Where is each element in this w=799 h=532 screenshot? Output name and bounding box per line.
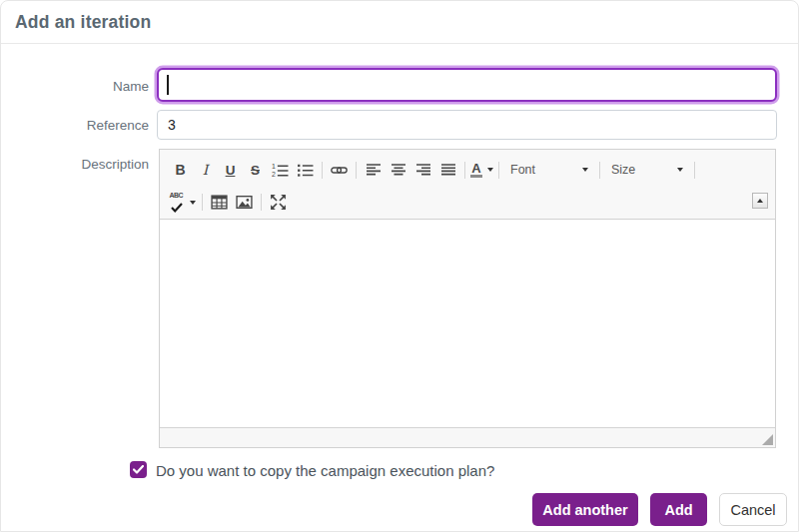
toolbar-separator xyxy=(322,162,323,179)
dialog-header: Add an iteration xyxy=(1,1,798,44)
add-iteration-dialog: Add an iteration Name Reference Descript… xyxy=(0,0,799,532)
toolbar-separator xyxy=(202,194,203,211)
reference-label: Reference xyxy=(1,118,149,133)
text-color-icon[interactable]: A xyxy=(469,158,494,182)
text-cursor xyxy=(167,75,169,95)
chevron-down-icon xyxy=(487,168,493,172)
editor-status-bar xyxy=(160,427,775,447)
copy-plan-checkbox[interactable] xyxy=(130,461,147,478)
underline-icon[interactable]: U xyxy=(218,158,243,182)
collapse-toolbar-button[interactable] xyxy=(752,193,768,209)
numbered-list-icon[interactable]: 12 xyxy=(268,158,293,182)
align-right-icon[interactable] xyxy=(410,158,435,182)
image-icon[interactable] xyxy=(232,191,257,215)
table-icon[interactable] xyxy=(207,191,232,215)
add-button[interactable]: Add xyxy=(650,493,707,526)
spellcheck-icon[interactable]: ABC xyxy=(168,191,190,215)
description-rich-text-editor: B I U S 12 xyxy=(159,149,776,448)
toolbar-row-2: ABC xyxy=(168,188,769,217)
toolbar-row-1: B I U S 12 xyxy=(168,152,769,188)
chevron-down-icon xyxy=(677,168,683,172)
reference-input[interactable] xyxy=(157,110,777,140)
align-center-icon[interactable] xyxy=(386,158,410,182)
link-icon[interactable] xyxy=(327,158,352,182)
font-dropdown-label: Font xyxy=(510,163,535,177)
copy-plan-checkbox-label[interactable]: Do you want to copy the campaign executi… xyxy=(156,462,494,479)
dialog-title: Add an iteration xyxy=(15,12,151,33)
description-label: Description xyxy=(1,157,149,172)
cancel-button[interactable]: Cancel xyxy=(719,493,787,526)
justify-icon[interactable] xyxy=(435,158,460,182)
triangle-up-icon xyxy=(757,199,763,203)
toolbar-separator xyxy=(464,162,465,179)
add-another-button[interactable]: Add another xyxy=(532,493,638,526)
chevron-down-icon xyxy=(582,168,588,172)
font-dropdown[interactable]: Font xyxy=(503,158,595,182)
toolbar-separator xyxy=(356,162,357,179)
svg-text:2: 2 xyxy=(272,170,276,177)
name-input[interactable] xyxy=(157,68,777,102)
bullet-list-icon[interactable] xyxy=(293,158,318,182)
chevron-down-icon xyxy=(190,201,196,205)
align-left-icon[interactable] xyxy=(361,158,386,182)
editor-toolbar: B I U S 12 xyxy=(160,150,775,220)
description-editor-content[interactable] xyxy=(160,220,775,427)
italic-icon[interactable]: I xyxy=(193,158,218,182)
toolbar-separator xyxy=(498,162,499,179)
toolbar-separator xyxy=(261,194,262,211)
toolbar-separator xyxy=(694,162,695,179)
name-field-wrapper xyxy=(157,68,777,102)
name-label: Name xyxy=(1,79,149,94)
checkmark-icon xyxy=(133,465,144,474)
maximize-icon[interactable] xyxy=(266,191,291,215)
size-dropdown-label: Size xyxy=(611,163,635,177)
strikethrough-icon[interactable]: S xyxy=(243,158,268,182)
bold-icon[interactable]: B xyxy=(168,158,193,182)
toolbar-separator xyxy=(599,162,600,179)
size-dropdown[interactable]: Size xyxy=(604,158,690,182)
svg-text:1: 1 xyxy=(272,162,276,169)
resize-handle-icon[interactable] xyxy=(762,434,773,445)
